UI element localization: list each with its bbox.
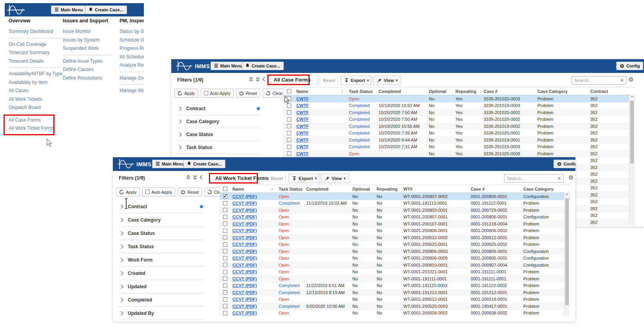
- table-row[interactable]: CCVT (PDF)OpenNoNoWT-0001-200807-0002000…: [220, 193, 570, 200]
- row-checkbox[interactable]: [220, 229, 230, 233]
- form-link[interactable]: CCVT (PDF): [232, 290, 257, 295]
- table-row[interactable]: CCVT (PDF)Completed5/20/2020 10:06 AMNoN…: [220, 303, 570, 310]
- row-checkbox[interactable]: [284, 151, 294, 156]
- cell-name[interactable]: CWTF: [294, 131, 346, 135]
- cell-name[interactable]: CWTF: [294, 103, 346, 108]
- table-row[interactable]: CCVT (PDF)OpenNoNoWT-0001-201021-0001000…: [220, 269, 570, 276]
- cell-name[interactable]: CCVT (PDF): [230, 249, 276, 254]
- menu-item[interactable]: Timecard Summary: [9, 49, 62, 57]
- cell-name[interactable]: CCVT (PDF): [230, 235, 276, 240]
- menu-item[interactable]: Analyze Results: [120, 61, 144, 70]
- form-link[interactable]: CCVT (PDF): [232, 297, 257, 302]
- row-checkbox[interactable]: [284, 145, 294, 149]
- menu-item[interactable]: On-Call Coverage: [9, 40, 62, 49]
- column-header-task-status[interactable]: Task Status: [346, 89, 376, 94]
- table-row[interactable]: CCVT (PDF)OpenNoNoWT-0001-191111-0001000…: [220, 275, 570, 282]
- column-header-task-status[interactable]: Task Status: [276, 187, 304, 191]
- column-header-optional[interactable]: Optional: [350, 187, 374, 191]
- filter-item[interactable]: Completed: [118, 293, 204, 307]
- column-header-case-number[interactable]: Case #: [481, 89, 535, 94]
- row-checkbox[interactable]: [220, 297, 230, 302]
- form-link[interactable]: CCVT (PDF): [232, 228, 257, 233]
- table-row[interactable]: CWTFOpenNoYes3339-201020-0003Problem352: [284, 95, 635, 102]
- form-link[interactable]: CCVT (PDF): [232, 214, 257, 219]
- row-checkbox[interactable]: [220, 249, 230, 253]
- form-link[interactable]: CCVT (PDF): [232, 256, 257, 260]
- menu-item[interactable]: Timecard Details: [9, 57, 62, 66]
- form-link[interactable]: CWTF: [296, 124, 309, 129]
- cell-name[interactable]: CCVT (PDF): [230, 194, 276, 199]
- filter-item[interactable]: Contract: [118, 200, 204, 213]
- filter-item[interactable]: Updated By: [118, 307, 204, 320]
- select-all-checkbox[interactable]: [220, 187, 230, 191]
- column-header-case-category[interactable]: Case Category: [535, 89, 588, 94]
- cell-name[interactable]: CWTF: [294, 144, 346, 149]
- table-row[interactable]: CWTFCompleted10/20/2020 7:31 AMNoYes3339…: [284, 144, 635, 151]
- menu-item[interactable]: Suspended Work: [63, 44, 112, 53]
- cell-name[interactable]: CWTF: [294, 151, 346, 156]
- apply-filters-button[interactable]: Apply: [116, 187, 140, 196]
- row-checkbox[interactable]: [220, 201, 230, 205]
- form-link[interactable]: CWTF: [296, 138, 309, 142]
- cell-name[interactable]: CCVT (PDF): [230, 283, 276, 288]
- cell-name[interactable]: CCVT (PDF): [230, 256, 276, 260]
- row-checkbox[interactable]: [220, 290, 230, 294]
- create-case-button[interactable]: Create Case...: [183, 160, 225, 168]
- config-button[interactable]: ⚙Config: [553, 160, 575, 168]
- row-checkbox[interactable]: [220, 311, 230, 315]
- form-link[interactable]: CCVT (PDF): [232, 235, 257, 240]
- row-checkbox[interactable]: [220, 284, 230, 288]
- table-row[interactable]: CCVT (PDF)OpenNoNoWT-0001-200806-0005000…: [220, 255, 570, 262]
- table-row[interactable]: CCVT (PDF)OpenNoNoWT-0001-200807-0001000…: [220, 214, 570, 221]
- form-link[interactable]: CCVT (PDF): [232, 242, 257, 247]
- cell-name[interactable]: CWTF: [294, 117, 346, 122]
- auto-apply-checkbox[interactable]: [204, 91, 208, 95]
- form-link[interactable]: CWTF: [296, 110, 309, 115]
- form-link[interactable]: CCVT (PDF): [232, 263, 257, 267]
- scroll-up-arrow-icon[interactable]: ▲: [564, 193, 570, 195]
- table-row[interactable]: CCVT (PDF)OpenNoNoWT-0001-200512-0001000…: [220, 296, 570, 303]
- table-row[interactable]: CWTFCompleted10/20/2020 7:39 AMNoYes3339…: [284, 130, 635, 137]
- filter-item[interactable]: Updated: [118, 280, 204, 293]
- cell-name[interactable]: CCVT (PDF): [230, 228, 276, 233]
- cell-name[interactable]: CCVT (PDF): [230, 208, 276, 213]
- menu-item[interactable]: All Work Tickets: [9, 95, 62, 104]
- select-all-checkbox[interactable]: [284, 89, 294, 93]
- filter-item[interactable]: Task Status: [177, 141, 261, 154]
- column-header-case-category[interactable]: Case Category: [521, 187, 564, 191]
- form-link[interactable]: CWTF: [296, 131, 309, 135]
- row-checkbox[interactable]: [284, 138, 294, 142]
- form-link[interactable]: CCVT (PDF): [232, 304, 257, 309]
- form-link[interactable]: CCVT (PDF): [232, 249, 257, 254]
- menu-item[interactable]: All Scheduled T: [120, 53, 144, 62]
- menu-item[interactable]: Define Issue Types: [63, 57, 112, 66]
- create-case-button[interactable]: Create Case...: [242, 62, 284, 70]
- filter-item[interactable]: Contract: [177, 102, 261, 115]
- menu-item[interactable]: Schedule Overvi: [120, 36, 144, 45]
- filter-item[interactable]: Case Status: [177, 128, 261, 141]
- scrollbar-thumb[interactable]: [630, 101, 634, 164]
- menu-item[interactable]: Issues by System: [63, 36, 112, 45]
- cell-name[interactable]: CCVT (PDF): [230, 201, 276, 205]
- export-button[interactable]: Export▾: [288, 174, 320, 183]
- row-checkbox[interactable]: [220, 256, 230, 260]
- table-row[interactable]: CWTFOpenNoYes3339-201020-0008Problem352: [284, 150, 635, 157]
- auto-apply-button[interactable]: Auto Apply: [142, 187, 176, 196]
- menu-item[interactable]: Manage Groups: [120, 74, 144, 83]
- cell-name[interactable]: CCVT (PDF): [230, 311, 276, 315]
- menu-item[interactable]: All Case Forms: [9, 116, 62, 125]
- menu-item[interactable]: Status by Group: [120, 27, 144, 36]
- table-row[interactable]: CCVT (PDF)OpenNoNoWT-0001-200810-0001000…: [220, 262, 570, 269]
- cell-name[interactable]: CWTF: [294, 138, 346, 142]
- menu-item[interactable]: Summary Dashboard: [9, 27, 62, 36]
- clear-filters-button[interactable]: Clear: [263, 89, 286, 98]
- table-row[interactable]: CCVT (PDF)OpenNoNoWT-0001-200806-0003000…: [220, 248, 570, 255]
- column-header-completed[interactable]: Completed: [376, 89, 426, 94]
- view-button[interactable]: View▾: [374, 76, 401, 85]
- menu-item[interactable]: Issue Monitor: [63, 27, 112, 36]
- table-settings-gear-icon[interactable]: ⚙: [568, 174, 573, 180]
- cell-name[interactable]: CCVT (PDF): [230, 304, 276, 309]
- table-row[interactable]: CCVT (PDF)OpenNoNoWT-0001-200608-0002000…: [220, 310, 570, 317]
- menu-item[interactable]: Dispatch Board: [9, 104, 62, 112]
- form-link[interactable]: CCVT (PDF): [232, 283, 257, 288]
